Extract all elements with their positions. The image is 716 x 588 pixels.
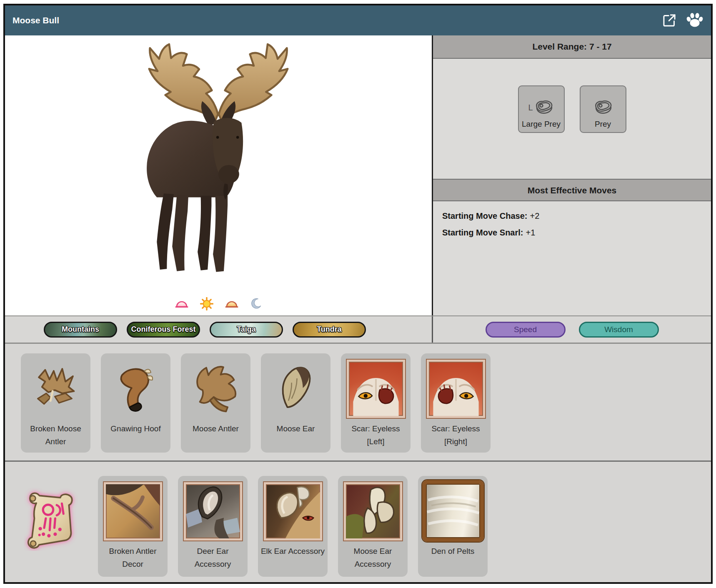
dusk-icon (225, 299, 238, 309)
craft-card-deer-ear-accessory[interactable]: Deer Ear Accessory (178, 476, 248, 577)
moose-ear-accessory-image (342, 479, 404, 542)
move-line: Starting Move Snarl:+1 (442, 228, 711, 238)
broken-antler-decor-image (102, 479, 164, 542)
drop-label: Broken Moose Antler (21, 422, 90, 448)
level-range-header: Level Range: 7 - 17 (433, 35, 711, 59)
drop-card-broken-moose-antler[interactable]: Broken Moose Antler (21, 353, 90, 453)
craftable-label: Deer Ear Accessory (178, 545, 248, 571)
time-of-day-icons (5, 297, 432, 310)
prey-drop-button[interactable]: Prey (580, 85, 626, 133)
external-link-icon[interactable] (662, 13, 677, 28)
deer-ear-accessory-image (182, 479, 244, 542)
encounter-window: Moose Bull (3, 4, 713, 584)
recipe-scroll-icon[interactable] (24, 488, 79, 551)
creature-image-panel (5, 35, 433, 315)
elk-ear-accessory-image (262, 479, 324, 542)
gnawing-hoof-image (105, 357, 167, 419)
moose-illustration (118, 36, 318, 283)
effective-moves-list: Starting Move Chase:+2 Starting Move Sna… (433, 201, 711, 315)
drop-label: Moose Ear (275, 422, 317, 435)
move-line: Starting Move Chase:+2 (442, 211, 711, 221)
day-icon (200, 297, 213, 310)
biome-stat-row: Mountains Coniferous Forest Taiga Tundra… (5, 315, 711, 344)
title-bar: Moose Bull (5, 5, 711, 35)
food-drop-label: Prey (595, 120, 611, 129)
steak-icon (533, 98, 554, 117)
food-drop-label: Large Prey (522, 120, 561, 129)
scar-eyeless-right-image (425, 357, 487, 419)
biome-button-tundra[interactable]: Tundra (293, 322, 366, 338)
broken-moose-antler-image (25, 357, 87, 419)
drop-card-moose-ear[interactable]: Moose Ear (261, 353, 330, 453)
craftables-section: Broken Antler Decor D (5, 462, 711, 582)
large-prefix-label: L (528, 103, 533, 113)
drop-card-scar-eyeless-right[interactable]: Scar: Eyeless [Right] (421, 353, 491, 453)
move-bonus: +2 (530, 211, 539, 220)
effective-moves-header: Most Effective Moves (433, 179, 711, 201)
craftable-label: Elk Ear Accessory (259, 545, 326, 558)
biome-button-taiga[interactable]: Taiga (210, 322, 283, 338)
drop-label: Moose Antler (191, 422, 240, 435)
moose-ear-image (265, 357, 327, 419)
scar-eyeless-left-image (345, 357, 407, 419)
craftable-label: Den of Pelts (430, 545, 476, 558)
biome-buttons: Mountains Coniferous Forest Taiga Tundra (5, 316, 433, 343)
drop-label: Scar: Eyeless [Left] (341, 422, 411, 448)
drop-label: Scar: Eyeless [Right] (421, 422, 491, 448)
drop-card-scar-eyeless-left[interactable]: Scar: Eyeless [Left] (341, 353, 411, 453)
drop-card-gnawing-hoof[interactable]: Gnawing Hoof (101, 353, 170, 453)
craftable-cards: Broken Antler Decor D (98, 476, 488, 577)
drops-section: Broken Moose Antler Gnawing Hoof Moo (5, 344, 711, 462)
craft-card-moose-ear-accessory[interactable]: Moose Ear Accessory (338, 476, 408, 577)
biome-button-mountains[interactable]: Mountains (44, 322, 117, 338)
speed-stat-button[interactable]: Speed (486, 322, 566, 338)
biome-button-coniferous-forest[interactable]: Coniferous Forest (127, 322, 200, 338)
food-drops: L Large Prey (433, 59, 711, 179)
move-name: Starting Move Chase: (442, 211, 527, 220)
stats-panel: Level Range: 7 - 17 L Large Prey (433, 35, 711, 315)
moose-antler-image (185, 357, 247, 419)
wisdom-stat-button[interactable]: Wisdom (579, 322, 659, 338)
large-prey-drop-button[interactable]: L Large Prey (518, 85, 565, 133)
drop-label: Gnawing Hoof (109, 422, 162, 435)
craft-card-broken-antler-decor[interactable]: Broken Antler Decor (98, 476, 168, 577)
craft-card-den-of-pelts[interactable]: Den of Pelts (418, 476, 488, 577)
sunrise-icon (175, 299, 188, 309)
craftable-label: Moose Ear Accessory (338, 545, 408, 571)
craft-card-elk-ear-accessory[interactable]: Elk Ear Accessory (258, 476, 328, 577)
drop-card-moose-antler[interactable]: Moose Antler (181, 353, 250, 453)
paw-icon[interactable] (686, 13, 703, 28)
move-bonus: +1 (526, 228, 535, 237)
craftable-label: Broken Antler Decor (98, 545, 168, 571)
night-icon (250, 298, 262, 310)
page-title: Moose Bull (13, 15, 59, 25)
steak-icon (593, 98, 613, 117)
den-of-pelts-image (422, 479, 484, 542)
move-name: Starting Move Snarl: (442, 228, 523, 237)
stat-buttons: Speed Wisdom (433, 316, 711, 343)
main-content: Level Range: 7 - 17 L Large Prey (5, 35, 711, 315)
